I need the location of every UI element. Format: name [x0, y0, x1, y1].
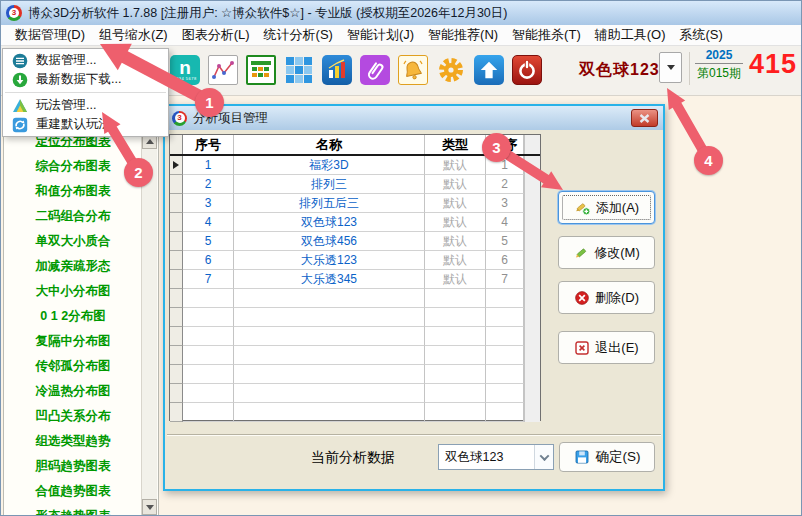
- close-button[interactable]: [631, 109, 658, 127]
- bar-chart-icon[interactable]: [322, 55, 352, 85]
- sidebar-item-size[interactable]: 大中小分布图: [6, 279, 140, 304]
- lottery-dropdown-button[interactable]: [659, 52, 682, 83]
- table-scroll-strip: [524, 251, 540, 270]
- cell-empty: [425, 327, 486, 346]
- upload-icon[interactable]: [474, 55, 504, 85]
- combo-dropdown-button[interactable]: [534, 445, 553, 469]
- menu-option-rebuild-default[interactable]: 重建默认玩法: [3, 115, 168, 134]
- modify-button[interactable]: 修改(M): [558, 236, 655, 269]
- sidebar-item-concave[interactable]: 凹凸关系分布: [6, 404, 140, 429]
- cell-type: 默认: [425, 213, 486, 232]
- table-row[interactable]: 6 大乐透123 默认 6: [170, 251, 540, 270]
- cell-empty: [234, 346, 425, 365]
- row-selector: [170, 251, 183, 270]
- cell-name: 排列三: [234, 175, 425, 194]
- row-selector: [170, 403, 183, 422]
- menu-item-stats[interactable]: 统计分析(S): [257, 26, 340, 44]
- menu-option-download-latest[interactable]: 最新数据下载...: [3, 70, 168, 89]
- menu-item-kill[interactable]: 智能推杀(T): [505, 26, 588, 44]
- grid-chart-icon[interactable]: [284, 55, 314, 85]
- issue-count: 415: [749, 49, 797, 80]
- power-icon[interactable]: [512, 55, 542, 85]
- cell-empty: [183, 384, 234, 403]
- sidebar-item-repeat[interactable]: 复隔中分布图: [6, 329, 140, 354]
- menu-item-system[interactable]: 系统(S): [673, 26, 730, 44]
- attachment-icon[interactable]: [360, 55, 390, 85]
- sidebar-item-pattern[interactable]: 形态趋势图表: [6, 504, 140, 516]
- cell-sort: 4: [486, 213, 524, 232]
- confirm-button[interactable]: 确定(S): [559, 442, 655, 472]
- table-scroll-strip: [524, 194, 540, 213]
- cell-name: 福彩3D: [234, 156, 425, 175]
- empty-row: [170, 384, 540, 403]
- dialog-separator: [167, 434, 661, 436]
- cell-name: 排列五后三: [234, 194, 425, 213]
- sidebar-item-comprehensive[interactable]: 综合分布图表: [6, 154, 140, 179]
- combo-value: 双色球123: [439, 449, 534, 466]
- menu-option-play-management[interactable]: 玩法管理...: [3, 96, 168, 115]
- delete-button[interactable]: 删除(D): [558, 281, 655, 314]
- exit-button[interactable]: 退出(E): [558, 331, 655, 364]
- menu-option-data-management[interactable]: 数据管理...: [3, 51, 168, 70]
- table-chart-icon[interactable]: [246, 55, 276, 85]
- menu-item-shrink[interactable]: 组号缩水(Z): [92, 26, 175, 44]
- table-row[interactable]: 4 双色球123 默认 4: [170, 213, 540, 232]
- annotation-circle-2: 2: [124, 158, 153, 187]
- cell-empty: [425, 365, 486, 384]
- row-selector: [170, 232, 183, 251]
- cell-type: 默认: [425, 251, 486, 270]
- cell-empty: [183, 403, 234, 422]
- table-row[interactable]: 3 排列五后三 默认 3: [170, 194, 540, 213]
- col-header-name: 名称: [234, 135, 425, 154]
- table-scroll-strip: [524, 135, 540, 154]
- sidebar-item-add-subtract[interactable]: 加减亲疏形态: [6, 254, 140, 279]
- sidebar-item-combined-value[interactable]: 合值趋势图表: [6, 479, 140, 504]
- menu-item-data[interactable]: 数据管理(D): [8, 26, 92, 44]
- sidebar-item-dan-code[interactable]: 胆码趋势图表: [6, 454, 140, 479]
- sidebar-item-sum[interactable]: 和值分布图表: [6, 179, 140, 204]
- cell-type: 默认: [425, 156, 486, 175]
- table-row[interactable]: 2 排列三 默认 2: [170, 175, 540, 194]
- cell-index: 5: [183, 232, 234, 251]
- sidebar-item-odd-even[interactable]: 单双大小质合: [6, 229, 140, 254]
- pencil-add-icon: [574, 199, 591, 216]
- col-header-type: 类型: [425, 135, 486, 154]
- issue-indicator: 2025 第015期: [693, 48, 745, 82]
- row-selector: [170, 213, 183, 232]
- triangle-down-icon: [146, 505, 154, 510]
- settings-gear-icon[interactable]: [436, 55, 466, 85]
- table-row[interactable]: 7 大乐透345 默认 7: [170, 270, 540, 289]
- analysis-data-combo[interactable]: 双色球123: [438, 444, 554, 470]
- sidebar-item-adjacent[interactable]: 传邻孤分布图: [6, 354, 140, 379]
- cell-empty: [183, 346, 234, 365]
- cell-empty: [234, 365, 425, 384]
- sidebar-item-012[interactable]: 0 1 2分布图: [6, 304, 140, 329]
- sidebar-item-cold-hot[interactable]: 冷温热分布图: [6, 379, 140, 404]
- table-row[interactable]: 5 双色球456 默认 5: [170, 232, 540, 251]
- menu-item-recommend[interactable]: 智能推荐(N): [421, 26, 505, 44]
- cell-empty: [425, 289, 486, 308]
- confirm-button-label: 确定(S): [596, 448, 641, 466]
- menu-option-label: 重建默认玩法: [36, 116, 111, 133]
- menu-item-chart[interactable]: 图表分析(L): [175, 26, 257, 44]
- alert-bell-icon[interactable]: [398, 55, 428, 85]
- sidebar-item-group-type[interactable]: 组选类型趋势: [6, 429, 140, 454]
- annotation-circle-4: 4: [694, 146, 723, 175]
- menu-item-plan[interactable]: 智能计划(J): [340, 26, 421, 44]
- cell-name: 大乐透123: [234, 251, 425, 270]
- chevron-down-icon: [539, 451, 549, 461]
- scroll-down-button[interactable]: [142, 499, 157, 515]
- table-scroll-strip: [524, 270, 540, 289]
- add-button[interactable]: 添加(A): [558, 191, 655, 224]
- sidebar-scrollbar[interactable]: [141, 133, 157, 515]
- number-picker-icon[interactable]: n1234 5678: [170, 55, 200, 85]
- line-chart-icon[interactable]: [208, 55, 238, 85]
- table-row[interactable]: 1 福彩3D 默认 1: [170, 156, 540, 175]
- play-manage-icon: [12, 98, 28, 114]
- pencil-icon: [573, 245, 589, 261]
- sidebar-item-two-code[interactable]: 二码组合分布: [6, 204, 140, 229]
- cell-empty: [425, 346, 486, 365]
- empty-row: [170, 308, 540, 327]
- row-selector: [170, 365, 183, 384]
- menu-item-tools[interactable]: 辅助工具(O): [588, 26, 673, 44]
